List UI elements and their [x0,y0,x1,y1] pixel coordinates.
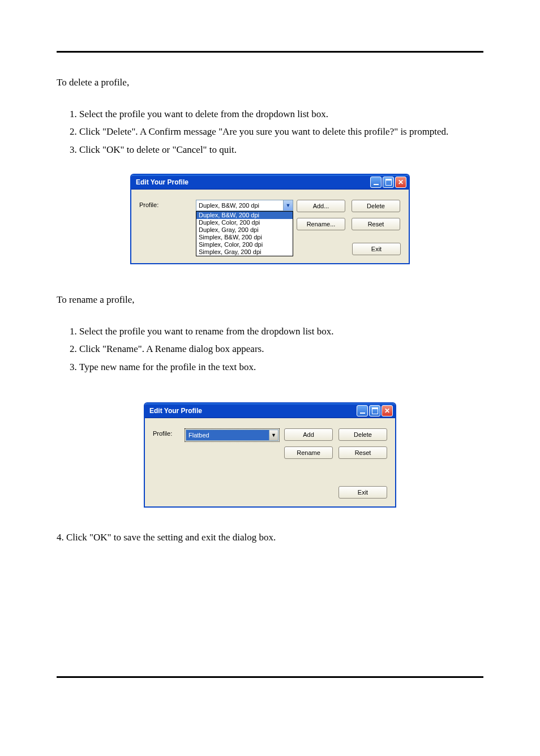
delete-steps-list: Select the profile you want to delete fr… [57,107,483,157]
profile-label: Profile: [139,201,158,208]
window-title: Edit Your Profile [136,178,370,186]
profile-option[interactable]: Duplex, Gray, 200 dpi [196,226,293,234]
edit-profile-window-1: Edit Your Profile Profile: ▼ Duplex, B&W… [130,174,410,264]
rename-button[interactable]: Rename [284,446,333,459]
delete-step-1: Select the profile you want to delete fr… [79,107,483,122]
profile-option[interactable]: Duplex, B&W, 200 dpi [196,212,293,219]
page-rule-bottom [57,676,483,678]
edit-profile-window-2: Edit Your Profile Profile: ▼ Add Renam [144,402,396,508]
exit-button[interactable]: Exit [352,243,401,255]
minimize-icon[interactable] [370,177,382,188]
profile-option[interactable]: Simplex, Gray, 200 dpi [196,248,293,256]
delete-button[interactable]: Delete [338,428,387,441]
rename-step-4: 4. Click "OK" to save the setting and ex… [57,530,483,545]
rename-step-1: Select the profile you want to rename fr… [79,324,483,339]
window-title: Edit Your Profile [149,407,357,415]
profile-dropdown-list[interactable]: Duplex, B&W, 200 dpi Duplex, Color, 200 … [196,211,293,256]
delete-step-3: Click "OK" to delete or "Cancel" to quit… [79,143,483,157]
profile-option[interactable]: Simplex, B&W, 200 dpi [196,234,293,241]
titlebar[interactable]: Edit Your Profile [131,175,409,190]
reset-button[interactable]: Reset [352,218,400,230]
close-icon[interactable] [382,405,393,416]
rename-button[interactable]: Rename... [297,218,345,230]
delete-heading: To delete a profile, [57,75,483,90]
profile-option[interactable]: Simplex, Color, 200 dpi [196,241,293,248]
rename-steps-list: Select the profile you want to rename fr… [57,324,483,375]
profile-option[interactable]: Duplex, Color, 200 dpi [196,219,293,226]
profile-dropdown[interactable] [196,200,284,211]
rename-heading: To rename a profile, [57,293,483,307]
exit-button[interactable]: Exit [338,486,387,499]
reset-button[interactable]: Reset [338,446,387,459]
add-button[interactable]: Add... [297,200,345,212]
delete-button[interactable]: Delete [352,200,400,212]
rename-step-2: Click "Rename". A Rename dialog box appe… [79,342,483,356]
minimize-icon[interactable] [357,405,368,416]
chevron-down-icon[interactable]: ▼ [269,429,278,441]
chevron-down-icon[interactable]: ▼ [284,200,293,211]
maximize-icon[interactable] [369,405,380,416]
profile-label: Profile: [153,430,172,437]
titlebar[interactable]: Edit Your Profile [145,403,395,418]
delete-step-2: Click "Delete". A Confirm message "Are y… [79,124,483,139]
rename-step-3: Type new name for the profile in the tex… [79,360,483,375]
profile-dropdown[interactable] [186,429,269,441]
close-icon[interactable] [395,177,406,188]
maximize-icon[interactable] [383,177,394,188]
page-rule-top [57,51,483,53]
add-button[interactable]: Add [284,428,333,441]
